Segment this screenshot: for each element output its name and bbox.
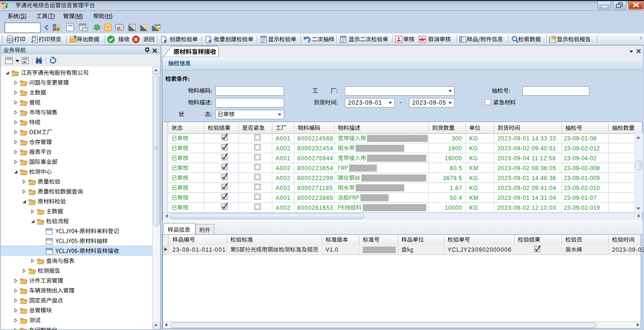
svg-text:ai: ai	[23, 59, 26, 64]
